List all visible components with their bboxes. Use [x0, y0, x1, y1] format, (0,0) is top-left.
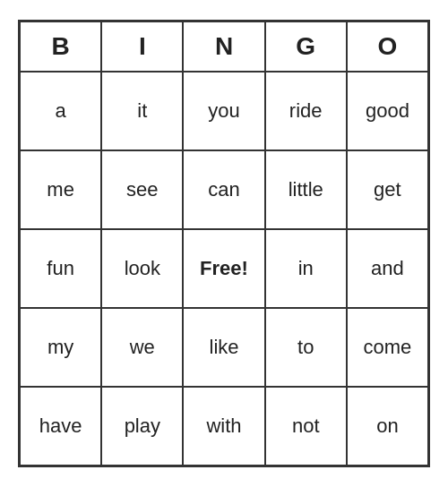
bingo-row-2: funlookFree!inand: [20, 229, 428, 308]
header-row: BINGO: [20, 21, 428, 72]
bingo-cell-1-3: little: [265, 150, 347, 229]
bingo-cell-3-4: come: [347, 308, 428, 387]
bingo-cell-2-4: and: [347, 229, 428, 308]
bingo-cell-0-2: you: [183, 72, 264, 150]
bingo-cell-1-2: can: [183, 150, 264, 229]
bingo-cell-4-0: have: [20, 387, 101, 466]
header-cell-g: G: [265, 21, 347, 72]
bingo-cell-4-1: play: [101, 387, 183, 466]
bingo-cell-0-0: a: [20, 72, 101, 150]
bingo-cell-0-4: good: [347, 72, 428, 150]
bingo-row-3: myweliketocome: [20, 308, 428, 387]
bingo-card: BINGO aityouridegoodmeseecanlittlegetfun…: [18, 20, 430, 467]
header-cell-o: O: [347, 21, 428, 72]
bingo-cell-4-4: on: [347, 387, 428, 466]
header-cell-i: I: [101, 21, 183, 72]
bingo-cell-1-0: me: [20, 150, 101, 229]
bingo-cell-2-3: in: [265, 229, 347, 308]
bingo-cell-0-3: ride: [265, 72, 347, 150]
bingo-cell-1-4: get: [347, 150, 428, 229]
bingo-cell-3-1: we: [101, 308, 183, 387]
bingo-cell-3-0: my: [20, 308, 101, 387]
bingo-cell-4-2: with: [183, 387, 264, 466]
bingo-row-1: meseecanlittleget: [20, 150, 428, 229]
header-cell-n: N: [183, 21, 264, 72]
bingo-cell-2-2: Free!: [183, 229, 264, 308]
bingo-row-4: haveplaywithnoton: [20, 387, 428, 466]
bingo-cell-2-0: fun: [20, 229, 101, 308]
header-cell-b: B: [20, 21, 101, 72]
bingo-cell-4-3: not: [265, 387, 347, 466]
bingo-row-0: aityouridegood: [20, 72, 428, 150]
bingo-cell-0-1: it: [101, 72, 183, 150]
bingo-cell-2-1: look: [101, 229, 183, 308]
bingo-cell-3-3: to: [265, 308, 347, 387]
bingo-cell-1-1: see: [101, 150, 183, 229]
bingo-cell-3-2: like: [183, 308, 264, 387]
